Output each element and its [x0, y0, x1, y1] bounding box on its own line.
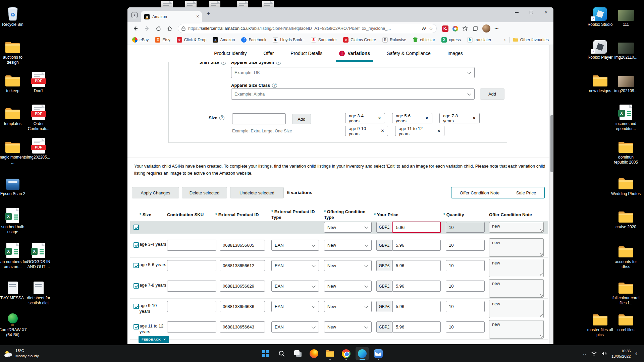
- refresh-button[interactable]: [154, 24, 163, 33]
- parent-price-input[interactable]: 5.96: [392, 222, 441, 233]
- parent-row-checkbox[interactable]: [133, 225, 139, 230]
- volume-icon[interactable]: [601, 351, 607, 356]
- desktop-icon-recycle-bin[interactable]: ♻Recycle Bin: [0, 5, 28, 27]
- desktop-icon-accounts-for-dhss[interactable]: accounts for dhss: [611, 242, 641, 269]
- extension-colorwheel-icon[interactable]: [452, 26, 458, 32]
- other-favourites-folder[interactable]: Other favourites: [513, 38, 549, 42]
- collections-icon[interactable]: [472, 25, 478, 32]
- edge-button-active[interactable]: [356, 347, 369, 360]
- price-input[interactable]: 5.96: [392, 281, 441, 292]
- bookmark-amazon[interactable]: aAmazon: [213, 37, 235, 43]
- desktop-icon-img202110[interactable]: img202110...: [611, 38, 641, 60]
- minimize-button[interactable]: [509, 7, 524, 17]
- desktop-icon-img202205[interactable]: PDFimg202205...: [24, 137, 53, 160]
- read-aloud-icon[interactable]: A⁾: [422, 26, 426, 31]
- apparel-size-system-select[interactable]: Example: UK: [231, 67, 475, 78]
- quantity-input[interactable]: 10: [446, 281, 485, 292]
- desktop-icon-income-and-ependitur[interactable]: Xincome and ependitur...: [611, 104, 641, 131]
- quantity-input[interactable]: 10: [446, 260, 485, 271]
- condition-select[interactable]: New: [324, 240, 372, 251]
- forward-button[interactable]: [142, 24, 152, 33]
- ean-type-select[interactable]: EAN: [271, 240, 319, 251]
- add-size-class-button[interactable]: Add: [480, 88, 504, 100]
- desktop-icon-ean-numbers-for-amazon[interactable]: Xean numbers for amazon...: [0, 242, 28, 269]
- condition-select[interactable]: New: [324, 260, 372, 271]
- desktop-icon-cruise-2020[interactable]: cruise 2020: [611, 207, 641, 230]
- price-input[interactable]: 5.96: [392, 240, 441, 251]
- notification-moon-icon[interactable]: ☾: [635, 351, 639, 356]
- ean-type-select[interactable]: EAN: [271, 321, 319, 333]
- size-input[interactable]: [232, 113, 286, 124]
- external-product-id-input[interactable]: 0688138656612: [220, 260, 265, 271]
- external-product-id-input[interactable]: 0688138656636: [220, 301, 265, 312]
- bookmark-translater[interactable]: btranslater: [467, 37, 491, 43]
- parent-quantity-input[interactable]: 10: [446, 222, 485, 233]
- desktop-icon-img202109[interactable]: img202109...: [611, 71, 641, 94]
- back-button[interactable]: [131, 24, 140, 33]
- external-product-id-input[interactable]: 0688138656605: [220, 240, 265, 251]
- hidden-icons-chevron[interactable]: ︿: [583, 351, 587, 356]
- mail-app-button[interactable]: [372, 347, 385, 360]
- help-icon[interactable]: ?: [219, 115, 224, 120]
- page-scrollbar[interactable]: [549, 45, 553, 344]
- desktop-icon-111[interactable]: 111: [611, 5, 641, 27]
- firefox-button[interactable]: [307, 347, 321, 360]
- bookmarks-overflow-chevron-icon[interactable]: ›: [504, 37, 505, 42]
- desktop-icon-to-keep[interactable]: to keep: [0, 71, 28, 94]
- quantity-input[interactable]: 10: [446, 321, 485, 333]
- sale-price-button[interactable]: Sale Price: [508, 187, 545, 198]
- bookmark-lloyds-bank[interactable]: ♞Lloyds Bank -: [273, 37, 305, 43]
- remove-tag-icon[interactable]: ✕: [381, 128, 384, 133]
- condition-select[interactable]: New: [324, 321, 372, 333]
- quantity-input[interactable]: 10: [446, 301, 485, 312]
- desktop-icon-googds-in-and-out[interactable]: XGOOGDS IN AND OUT ...: [24, 242, 53, 269]
- remove-tag-icon[interactable]: ✕: [472, 116, 476, 121]
- remove-tag-icon[interactable]: ✕: [425, 116, 429, 121]
- offer-condition-note-button[interactable]: Offer Condition Note: [451, 187, 508, 198]
- condition-select[interactable]: New: [324, 301, 372, 312]
- tab-close-icon[interactable]: ✕: [196, 14, 199, 19]
- task-view-button[interactable]: [291, 347, 305, 360]
- tab-actions-icon[interactable]: ▾: [131, 12, 138, 18]
- tab-product-identity[interactable]: Product Identity: [211, 45, 250, 62]
- condition-note-textarea[interactable]: new: [489, 259, 544, 277]
- bookmark-facebook[interactable]: fFacebook: [241, 37, 266, 43]
- profile-avatar[interactable]: [482, 24, 490, 33]
- desktop-icon-epson-scan-2[interactable]: Epson Scan 2: [0, 174, 28, 196]
- help-icon[interactable]: ?: [272, 83, 277, 88]
- bookmark-claims-centre[interactable]: ♛Claims Centre: [343, 37, 376, 43]
- desktop-icon-new-designs[interactable]: new designs: [585, 71, 615, 94]
- row-checkbox[interactable]: [133, 242, 139, 248]
- desktop-icon-sun-bed-bulb-usage[interactable]: Xsun bed bulb usage: [0, 207, 28, 235]
- delete-selected-button[interactable]: Delete selected: [182, 187, 227, 198]
- contribution-sku-input[interactable]: [167, 321, 216, 333]
- browser-tab-amazon[interactable]: a Amazon ✕: [141, 11, 202, 22]
- desktop-icon-order-confirmati[interactable]: PDFOrder Confirmati...: [24, 104, 53, 131]
- contribution-sku-input[interactable]: [167, 281, 216, 292]
- add-favorite-star-icon[interactable]: ☆: [429, 26, 433, 31]
- maximize-button[interactable]: [524, 7, 539, 17]
- contribution-sku-input[interactable]: [167, 240, 216, 251]
- external-product-id-input[interactable]: 0688138656643: [220, 321, 265, 333]
- desktop-icon-ebay-messa[interactable]: EBAY MESSA...: [0, 278, 28, 301]
- bookmark-ebay[interactable]: eBay: [132, 37, 149, 43]
- settings-menu-icon[interactable]: ⋯: [494, 26, 499, 31]
- tab-images[interactable]: Images: [444, 45, 466, 62]
- desktop-icon-roblox-player[interactable]: ↗Roblox Player: [585, 38, 615, 60]
- bookmark-click-drop[interactable]: ♛Click & Drop: [177, 37, 207, 43]
- contribution-sku-input[interactable]: [167, 260, 216, 271]
- remove-tag-icon[interactable]: ✕: [437, 128, 441, 133]
- desktop-icon-templates[interactable]: templates: [0, 104, 28, 126]
- feedback-close-icon[interactable]: ✕: [163, 338, 166, 341]
- desktop-icon-doc1[interactable]: PDFDoc1: [24, 71, 53, 94]
- tab-variations[interactable]: !Variations: [336, 45, 373, 62]
- condition-note-textarea[interactable]: new: [489, 238, 544, 257]
- quantity-input[interactable]: 10: [446, 240, 485, 251]
- bookmark-santander[interactable]: SSantander: [311, 37, 337, 43]
- home-button[interactable]: [165, 24, 174, 33]
- row-checkbox[interactable]: [133, 263, 139, 268]
- tab-offer[interactable]: Offer: [260, 45, 277, 62]
- close-button[interactable]: ✕: [539, 7, 553, 17]
- price-input[interactable]: 5.96: [392, 260, 441, 271]
- parent-note-input[interactable]: new: [489, 222, 544, 233]
